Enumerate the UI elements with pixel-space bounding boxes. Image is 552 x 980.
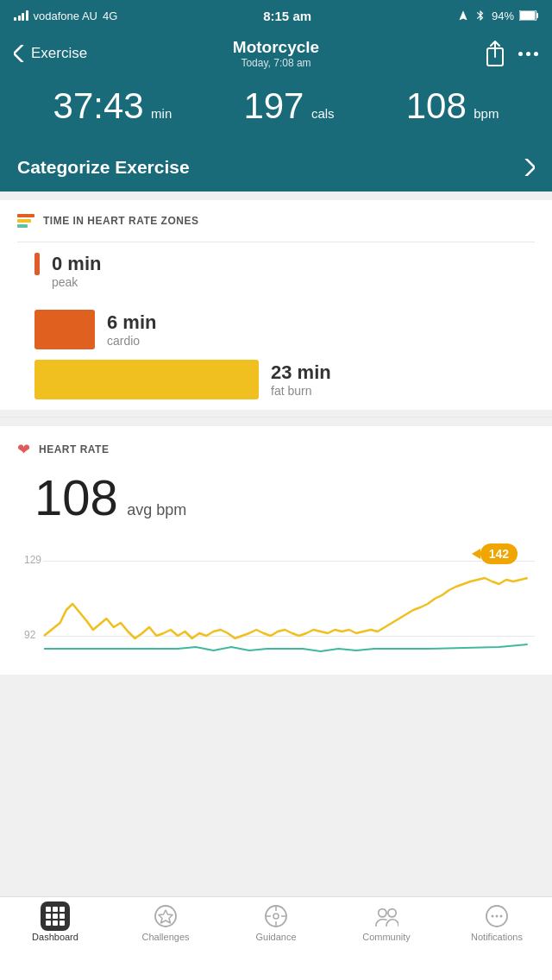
zones-title: TIME IN HEART RATE ZONES (43, 215, 198, 227)
back-button[interactable]: Exercise (14, 45, 87, 62)
heart-rate-zones-section: TIME IN HEART RATE ZONES 0 min peak 6 mi… (0, 200, 552, 410)
duration-stat: 37:43 min (53, 88, 172, 124)
heartrate-unit: bpm (474, 106, 499, 121)
carrier-label: vodafone AU (34, 9, 97, 22)
zone-row-peak: 0 min peak (17, 249, 535, 305)
time-label: 8:15 am (263, 9, 311, 23)
signal-bars (14, 10, 28, 21)
fatburn-time: 23 min (271, 361, 331, 384)
fatburn-info: 23 min fat burn (271, 361, 331, 398)
guidance-icon (264, 904, 288, 928)
zones-icon (17, 214, 34, 228)
cardio-time: 6 min (107, 311, 156, 334)
svg-point-12 (379, 909, 386, 917)
duration-unit: min (151, 106, 172, 121)
bluetooth-icon (474, 9, 486, 22)
stats-bar: 37:43 min 197 cals 108 bpm (0, 79, 552, 143)
guidance-label: Guidance (255, 932, 296, 942)
svg-marker-5 (159, 910, 172, 923)
activity-subtitle: Today, 7:08 am (233, 57, 319, 69)
svg-point-16 (496, 915, 499, 918)
battery-icon (519, 10, 538, 21)
hr-avg-value: 108 (34, 469, 118, 525)
nav-actions (484, 40, 538, 67)
tab-challenges[interactable]: Challenges (110, 904, 221, 970)
heart-rate-section: ❤ HEART RATE 108 avg bpm 129 92 142 (0, 426, 552, 675)
share-button[interactable] (484, 40, 506, 67)
status-right: 94% (457, 9, 538, 22)
community-icon (374, 904, 398, 928)
network-label: 4G (103, 9, 117, 22)
calories-unit: cals (311, 106, 335, 121)
svg-point-7 (273, 914, 279, 919)
svg-point-17 (500, 915, 503, 918)
svg-rect-1 (520, 11, 536, 20)
notifications-icon (485, 904, 509, 928)
duration-value: 37:43 (53, 85, 144, 126)
nav-title: Motorcycle Today, 7:08 am (233, 38, 319, 69)
svg-point-4 (155, 906, 176, 927)
zones-section-header: TIME IN HEART RATE ZONES (17, 214, 535, 228)
peak-time: 0 min (52, 253, 518, 275)
status-bar: vodafone AU 4G 8:15 am 94% (0, 0, 552, 31)
community-label: Community (362, 932, 411, 942)
calories-stat: 197 cals (243, 88, 334, 124)
location-icon (457, 9, 469, 22)
tab-dashboard[interactable]: Dashboard (0, 904, 110, 970)
categorize-chevron-icon (524, 159, 535, 176)
tab-guidance[interactable]: Guidance (221, 904, 331, 970)
hr-avg-unit: avg bpm (127, 501, 186, 518)
categorize-label: Categorize Exercise (17, 157, 190, 178)
dashboard-label: Dashboard (32, 932, 78, 942)
cardio-name: cardio (107, 334, 156, 348)
activity-title: Motorcycle (233, 38, 319, 57)
svg-point-13 (388, 909, 396, 917)
cardio-bar (34, 310, 95, 349)
back-label: Exercise (31, 45, 87, 62)
tab-bar: Dashboard Challenges Guidance (0, 896, 552, 980)
tab-community[interactable]: Community (331, 904, 442, 970)
calories-value: 197 (243, 85, 304, 126)
notifications-label: Notifications (471, 932, 523, 942)
hr-chart: 129 92 142 (17, 537, 535, 675)
peak-info: 0 min peak (52, 253, 518, 289)
categorize-banner[interactable]: Categorize Exercise (0, 143, 552, 192)
heartrate-value: 108 (406, 85, 467, 126)
hr-avg: 108 avg bpm (17, 466, 535, 537)
heart-icon: ❤ (17, 440, 30, 459)
hr-chart-svg (17, 537, 535, 675)
battery-label: 94% (492, 9, 514, 22)
nav-bar: Exercise Motorcycle Today, 7:08 am (0, 31, 552, 79)
challenges-icon (154, 904, 178, 928)
fatburn-bar (34, 360, 259, 399)
peak-name: peak (52, 275, 518, 289)
dashboard-icon (43, 904, 67, 928)
challenges-label: Challenges (141, 932, 189, 942)
fatburn-name: fat burn (271, 384, 331, 398)
cardio-info: 6 min cardio (107, 311, 156, 348)
zone-row-cardio: 6 min cardio (17, 305, 535, 355)
more-button[interactable] (518, 52, 538, 56)
tab-notifications[interactable]: Notifications (442, 904, 552, 970)
hr-header: ❤ HEART RATE (17, 440, 535, 459)
hr-title: HEART RATE (39, 443, 109, 455)
heartrate-stat: 108 bpm (406, 88, 499, 124)
peak-bar (34, 253, 40, 296)
svg-point-15 (492, 915, 494, 918)
back-chevron-icon (14, 45, 24, 62)
svg-rect-2 (536, 13, 538, 18)
status-left: vodafone AU 4G (14, 9, 117, 22)
zone-row-fatburn: 23 min fat burn (17, 355, 535, 405)
